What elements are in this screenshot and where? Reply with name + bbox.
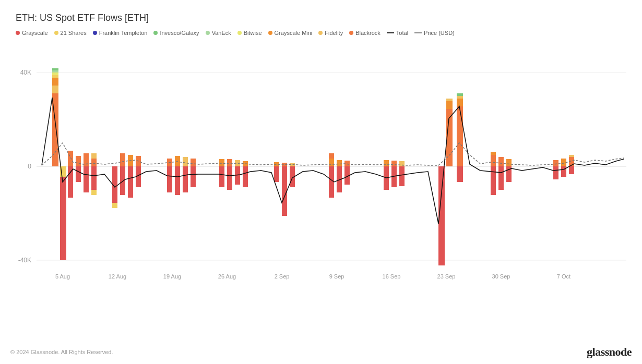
svg-rect-47	[183, 157, 188, 166]
svg-rect-97	[561, 166, 566, 177]
svg-rect-86	[457, 166, 463, 182]
svg-rect-21	[52, 70, 58, 72]
svg-rect-53	[227, 159, 232, 166]
svg-rect-18	[52, 78, 58, 86]
svg-rect-54	[227, 166, 232, 190]
svg-rect-44	[167, 166, 172, 192]
price-label: Price (USD)	[424, 30, 455, 36]
main-chart-svg: 40K 0 -40K 5 Aug 12 Aug 19 Aug 26 Aug 2 …	[10, 41, 632, 292]
legend-grayscale: Grayscale	[16, 30, 48, 36]
svg-rect-95	[553, 166, 558, 179]
bitwise-dot	[237, 31, 242, 35]
blackrock-label: Blackrock	[355, 30, 381, 36]
svg-rect-20	[52, 72, 58, 75]
svg-rect-88	[491, 152, 496, 155]
legend-blackrock: Blackrock	[349, 30, 381, 36]
svg-rect-91	[498, 166, 504, 190]
svg-rect-84	[457, 96, 463, 99]
legend: Grayscale 21 Shares Franklin Templeton I…	[10, 30, 632, 36]
svg-rect-58	[243, 166, 248, 187]
svg-text:16 Sep: 16 Sep	[383, 273, 401, 280]
total-line	[387, 32, 394, 33]
svg-rect-82	[457, 106, 463, 166]
invesco-label: Invesco/Galaxy	[160, 30, 199, 36]
svg-rect-45	[175, 156, 180, 166]
grayscale-mini-label: Grayscale Mini	[275, 30, 313, 36]
svg-rect-60	[274, 166, 279, 182]
svg-rect-25	[68, 151, 73, 166]
svg-text:-40K: -40K	[18, 257, 31, 264]
legend-total: Total	[387, 30, 408, 36]
svg-text:0: 0	[28, 163, 31, 170]
price-line	[414, 32, 422, 33]
svg-text:40K: 40K	[20, 69, 31, 76]
svg-rect-36	[112, 203, 117, 208]
legend-grayscale-mini: Grayscale Mini	[268, 30, 313, 36]
svg-rect-30	[84, 166, 89, 192]
total-label: Total	[396, 30, 408, 36]
svg-rect-40	[128, 166, 133, 198]
svg-rect-22	[52, 68, 58, 70]
svg-rect-33	[91, 166, 97, 190]
footer: © 2024 Glassnode. All Rights Reserved. g…	[10, 345, 632, 359]
franklin-dot	[93, 31, 97, 35]
svg-text:9 Sep: 9 Sep	[329, 273, 344, 280]
brand-logo: glassnode	[587, 345, 632, 359]
svg-rect-19	[52, 75, 58, 78]
legend-price: Price (USD)	[414, 30, 455, 36]
svg-rect-83	[457, 99, 463, 106]
svg-rect-76	[399, 161, 405, 166]
legend-franklin: Franklin Templeton	[93, 30, 148, 36]
legend-fidelity: Fidelity	[318, 30, 343, 36]
legend-bitwise: Bitwise	[237, 30, 262, 36]
svg-rect-49	[191, 159, 196, 166]
svg-rect-46	[175, 166, 180, 195]
chart-title: ETH: US Spot ETF Flows [ETH]	[10, 13, 632, 23]
21shares-dot	[54, 31, 58, 35]
invesco-dot	[153, 31, 158, 35]
svg-rect-50	[191, 166, 196, 187]
chart-area: 40K 0 -40K 5 Aug 12 Aug 19 Aug 26 Aug 2 …	[10, 41, 632, 292]
svg-rect-51	[219, 159, 224, 166]
svg-rect-28	[76, 166, 81, 182]
copyright-text: © 2024 Glassnode. All Rights Reserved.	[10, 349, 113, 355]
svg-text:7 Oct: 7 Oct	[557, 273, 570, 280]
franklin-label: Franklin Templeton	[99, 30, 148, 36]
21shares-label: 21 Shares	[61, 30, 87, 36]
legend-21shares: 21 Shares	[54, 30, 87, 36]
svg-rect-27	[76, 156, 81, 166]
svg-text:30 Sep: 30 Sep	[492, 273, 510, 280]
svg-rect-37	[120, 153, 125, 166]
grayscale-mini-dot	[268, 31, 272, 35]
svg-rect-65	[329, 159, 334, 166]
svg-rect-74	[391, 161, 397, 166]
svg-rect-23	[60, 166, 66, 260]
grayscale-label: Grayscale	[22, 30, 48, 36]
svg-rect-66	[329, 153, 334, 159]
svg-text:26 Aug: 26 Aug	[218, 273, 236, 280]
svg-rect-94	[553, 160, 558, 166]
svg-rect-62	[282, 166, 287, 216]
legend-vaneck: VanEck	[206, 30, 231, 36]
svg-rect-72	[384, 160, 389, 166]
fidelity-dot	[318, 31, 323, 35]
svg-text:19 Aug: 19 Aug	[163, 273, 181, 280]
legend-invesco: Invesco/Galaxy	[153, 30, 199, 36]
svg-text:5 Aug: 5 Aug	[55, 273, 70, 280]
vaneck-label: VanEck	[212, 30, 231, 36]
svg-rect-81	[446, 99, 453, 101]
svg-rect-85	[457, 93, 463, 96]
svg-rect-17	[52, 86, 58, 93]
chart-container: ETH: US Spot ETF Flows [ETH] Grayscale 2…	[0, 0, 642, 364]
svg-rect-90	[498, 157, 504, 166]
svg-rect-67	[329, 166, 334, 198]
svg-text:12 Aug: 12 Aug	[109, 273, 126, 280]
svg-rect-89	[491, 166, 496, 195]
fidelity-label: Fidelity	[325, 30, 343, 36]
svg-rect-32	[91, 153, 97, 159]
svg-rect-31	[91, 159, 97, 166]
svg-rect-99	[569, 155, 574, 157]
svg-rect-87	[491, 155, 496, 166]
svg-rect-80	[446, 101, 453, 109]
svg-text:2 Sep: 2 Sep	[275, 273, 290, 280]
